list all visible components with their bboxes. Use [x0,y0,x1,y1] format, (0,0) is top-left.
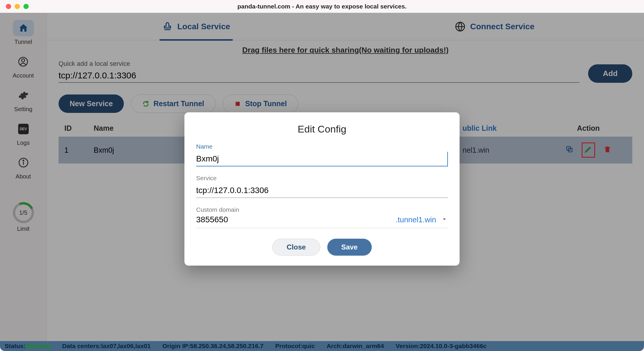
domain-suffix: .tunnel1.win [395,215,436,224]
app-window: panda-tunnel.com - An easy way to expose… [0,0,644,351]
close-window-button[interactable] [6,4,11,9]
modal-overlay[interactable]: Edit Config Name Service Custom domain .… [0,13,644,351]
zoom-window-button[interactable] [23,4,29,9]
minimize-window-button[interactable] [15,4,20,9]
service-input[interactable] [196,183,448,198]
domain-row: .tunnel1.win [196,215,448,228]
domain-input[interactable] [196,215,391,224]
window-title: panda-tunnel.com - An easy way to expose… [237,3,407,10]
modal-actions: Close Save [196,239,448,256]
name-input[interactable] [196,152,448,166]
save-button[interactable]: Save [327,239,372,256]
chevron-down-icon[interactable] [441,216,448,224]
traffic-lights [6,4,29,9]
titlebar: panda-tunnel.com - An easy way to expose… [0,0,644,13]
close-button[interactable]: Close [272,239,320,256]
modal-title: Edit Config [196,123,448,135]
edit-config-modal: Edit Config Name Service Custom domain .… [184,112,460,266]
service-label: Service [196,175,448,182]
name-label: Name [196,143,448,150]
domain-label: Custom domain [196,206,448,213]
